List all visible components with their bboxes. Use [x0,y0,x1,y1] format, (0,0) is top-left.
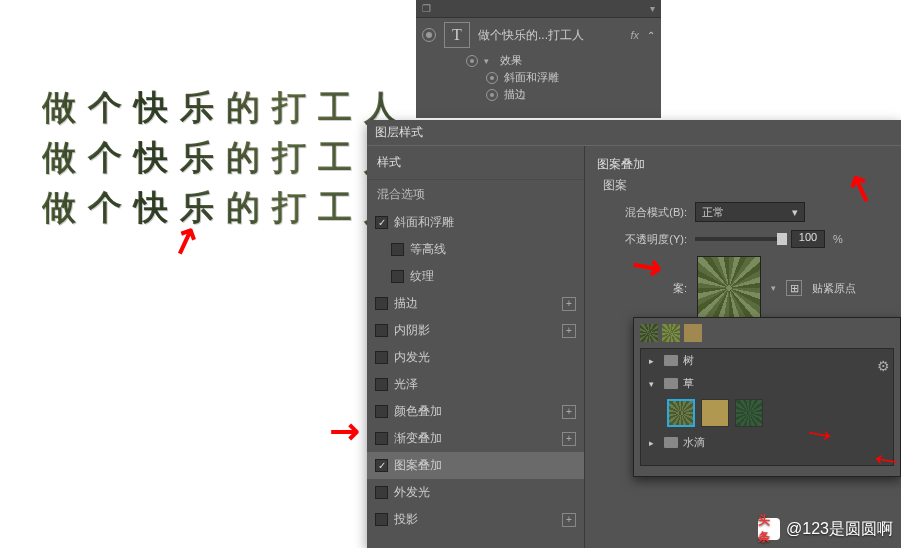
checkbox-icon[interactable] [375,351,388,364]
folder-label: 水滴 [683,435,705,450]
style-inner-shadow[interactable]: 内阴影 + [367,317,584,344]
watermark: 头条 @123是圆圆啊 [758,518,893,540]
checkbox-icon[interactable] [375,459,388,472]
style-pattern-overlay[interactable]: 图案叠加 [367,452,584,479]
checkbox-icon[interactable] [391,243,404,256]
folder-tree[interactable]: ▸ 树 [641,349,893,372]
style-inner-glow[interactable]: 内发光 [367,344,584,371]
style-color-overlay[interactable]: 颜色叠加 + [367,398,584,425]
layer-row-text[interactable]: T 做个快乐的...打工人 fx ⌃ [416,18,661,52]
checkbox-icon[interactable] [375,324,388,337]
blend-mode-value: 正常 [702,205,724,220]
style-stroke[interactable]: 描边 + [367,290,584,317]
checkbox-icon[interactable] [375,216,388,229]
style-texture[interactable]: 纹理 [367,263,584,290]
dialog-title: 图层样式 [367,120,901,146]
swatch[interactable] [684,324,702,342]
watermark-text: @123是圆圆啊 [786,519,893,540]
swatch[interactable] [640,324,658,342]
checkbox-icon[interactable] [375,378,388,391]
add-instance-icon[interactable]: + [562,324,576,338]
canvas-area: 做个快乐的打工人 做个快乐的打工人 做个快乐的打工人 [0,0,420,548]
pattern-swatch[interactable] [735,399,763,427]
effects-row[interactable]: ▾ 效果 [416,52,661,69]
blend-mode-select[interactable]: 正常 ▾ [695,202,805,222]
subsection-title: 图案 [597,177,889,194]
text-layer-thumb: T [444,22,470,48]
layers-toolbar: ❐ ▾ [416,0,661,18]
folder-label: 树 [683,353,694,368]
swatch[interactable] [662,324,680,342]
blend-mode-row: 混合模式(B): 正常 ▾ [597,202,889,222]
styles-list: 样式 混合选项 斜面和浮雕 等高线 纹理 描边 + 内阴影 [367,146,585,548]
pattern-swatch[interactable] [701,399,729,427]
filter-icon[interactable]: ❐ [422,3,431,14]
folder-icon [664,378,678,389]
section-title: 图案叠加 [597,156,889,173]
checkbox-icon[interactable] [375,432,388,445]
chevron-down-icon: ▾ [792,206,798,219]
effect-bevel-row[interactable]: 斜面和浮雕 [416,69,661,86]
style-outer-glow[interactable]: 外发光 [367,479,584,506]
opacity-unit: % [833,233,843,245]
grass-swatches [641,395,893,431]
chevron-down-icon[interactable]: ▾ [484,56,494,66]
chevron-right-icon[interactable]: ▸ [649,356,659,366]
watermark-badge: 头条 [758,518,780,540]
chevron-down-icon[interactable]: ⌃ [647,30,655,41]
style-drop-shadow[interactable]: 投影 + [367,506,584,533]
effect-bevel-label: 斜面和浮雕 [504,70,559,85]
pattern-preview[interactable] [697,256,761,320]
style-satin[interactable]: 光泽 [367,371,584,398]
recent-swatches [640,324,894,342]
blend-options[interactable]: 混合选项 [367,180,584,209]
style-gradient-overlay[interactable]: 渐变叠加 + [367,425,584,452]
checkbox-icon[interactable] [375,513,388,526]
folder-icon [664,355,678,366]
folder-label: 草 [683,376,694,391]
opacity-slider[interactable] [695,237,783,241]
chevron-down-icon[interactable]: ▾ [771,283,776,293]
style-contour[interactable]: 等高线 [367,236,584,263]
checkbox-icon[interactable] [375,405,388,418]
opacity-row: 不透明度(Y): 100 % [597,230,889,248]
new-preset-icon[interactable]: ⊞ [786,280,802,296]
add-instance-icon[interactable]: + [562,432,576,446]
layer-name[interactable]: 做个快乐的...打工人 [478,27,622,44]
effect-stroke-label: 描边 [504,87,526,102]
add-instance-icon[interactable]: + [562,405,576,419]
opacity-input[interactable]: 100 [791,230,825,248]
fx-badge[interactable]: fx [630,29,639,41]
folder-water[interactable]: ▸ 水滴 [641,431,893,454]
style-bevel[interactable]: 斜面和浮雕 [367,209,584,236]
folder-icon [664,437,678,448]
pattern-picker-popup: ⚙ ▸ 树 ▾ 草 ▸ 水滴 [633,317,901,477]
gear-icon[interactable]: ⚙ [877,358,890,374]
chevron-down-icon[interactable]: ▾ [649,379,659,389]
visibility-eye-icon[interactable] [466,55,478,67]
folder-grass[interactable]: ▾ 草 [641,372,893,395]
effects-label: 效果 [500,53,522,68]
effect-stroke-row[interactable]: 描边 [416,86,661,103]
add-instance-icon[interactable]: + [562,513,576,527]
pattern-row: 案: ▾ ⊞ 贴紧原点 [657,256,889,320]
visibility-eye-icon[interactable] [486,89,498,101]
sample-text-1: 做个快乐的打工人 [42,85,410,131]
snap-origin-button[interactable]: 贴紧原点 [812,281,856,296]
checkbox-icon[interactable] [391,270,404,283]
visibility-eye-icon[interactable] [422,28,436,42]
checkbox-icon[interactable] [375,486,388,499]
chevron-right-icon[interactable]: ▸ [649,438,659,448]
pattern-swatch-selected[interactable] [667,399,695,427]
menu-icon[interactable]: ▾ [650,3,655,14]
visibility-eye-icon[interactable] [486,72,498,84]
sample-text-2: 做个快乐的打工人 [42,135,410,181]
pattern-label: 案: [657,281,687,296]
styles-header[interactable]: 样式 [367,146,584,180]
opacity-label: 不透明度(Y): [597,232,687,247]
slider-thumb-icon[interactable] [777,233,787,245]
add-instance-icon[interactable]: + [562,297,576,311]
pattern-folder-list[interactable]: ▸ 树 ▾ 草 ▸ 水滴 [640,348,894,466]
blend-mode-label: 混合模式(B): [597,205,687,220]
checkbox-icon[interactable] [375,297,388,310]
